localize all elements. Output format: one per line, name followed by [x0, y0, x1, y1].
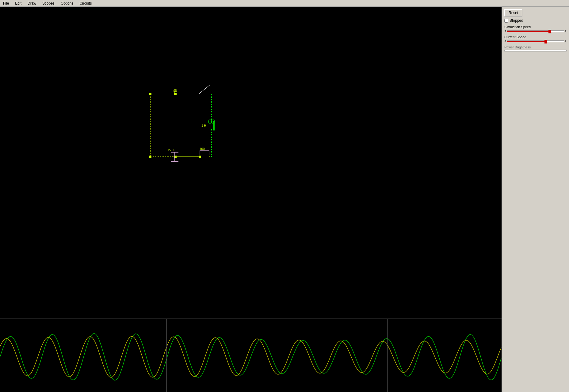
current-speed-slider[interactable] — [507, 40, 564, 42]
menubar: File Edit Draw Scopes Options Circuits — [0, 0, 569, 7]
svg-rect-21 — [200, 151, 209, 155]
svg-rect-26 — [213, 121, 215, 130]
cur-speed-right-arrow[interactable]: > — [565, 40, 567, 43]
svg-rect-5 — [149, 93, 151, 95]
scope-panel: 6.08 V 6.46 V 235.56 mV t = 293.12 ms re… — [0, 318, 502, 392]
svg-text:1 H: 1 H — [201, 124, 206, 127]
svg-text:100: 100 — [200, 147, 205, 151]
power-brightness-slider[interactable] — [504, 50, 567, 51]
svg-rect-7 — [174, 93, 177, 95]
oscilloscope-waveform — [0, 319, 502, 392]
stopped-row: Stopped — [504, 18, 567, 23]
svg-text:15 uF: 15 uF — [167, 149, 175, 152]
power-brightness-label: Power Brightness — [504, 45, 567, 49]
menu-scopes[interactable]: Scopes — [40, 1, 56, 6]
current-speed-label: Current Speed — [504, 35, 567, 39]
menu-options[interactable]: Options — [59, 1, 75, 6]
simulation-speed-row: < > — [504, 29, 567, 33]
reset-button[interactable]: Reset — [504, 9, 522, 17]
sim-speed-left-arrow[interactable]: < — [504, 29, 506, 33]
menu-file[interactable]: File — [1, 1, 11, 6]
current-speed-row: < > — [504, 40, 567, 43]
simulation-canvas[interactable]: 10 1 H 15 uF 100 — [0, 7, 502, 318]
stopped-label: Stopped — [510, 18, 523, 23]
sim-speed-right-arrow[interactable]: > — [565, 29, 567, 33]
menu-circuits[interactable]: Circuits — [78, 1, 94, 6]
menu-edit[interactable]: Edit — [13, 1, 23, 6]
svg-rect-9 — [199, 156, 201, 158]
menu-draw[interactable]: Draw — [26, 1, 38, 6]
cur-speed-left-arrow[interactable]: < — [504, 40, 506, 43]
circuit-svg: 10 1 H 15 uF 100 — [0, 7, 502, 318]
stopped-checkbox[interactable] — [504, 19, 508, 23]
svg-line-15 — [199, 85, 210, 94]
right-panel: Reset Stopped Simulation Speed < > Curre… — [502, 7, 569, 392]
simulation-speed-label: Simulation Speed — [504, 25, 567, 29]
simulation-speed-slider[interactable] — [507, 30, 564, 32]
